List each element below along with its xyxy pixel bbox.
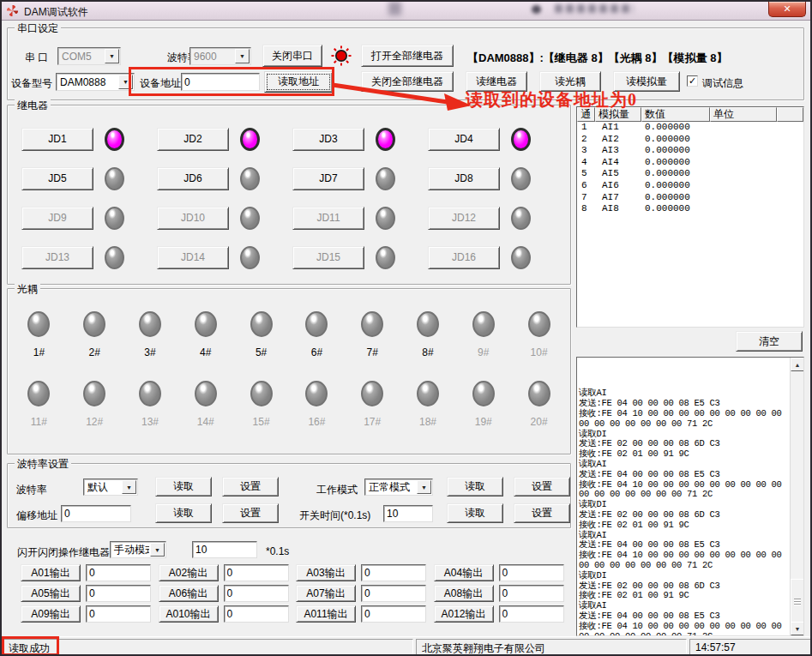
relay-button[interactable]: JD2: [157, 128, 229, 151]
work-mode-set-button[interactable]: 设置: [514, 477, 570, 497]
debug-info-checkbox[interactable]: ✓: [687, 75, 698, 87]
flash-time-input[interactable]: [192, 541, 257, 558]
output-value-input[interactable]: [224, 585, 289, 602]
output-button[interactable]: A05输出: [21, 585, 81, 602]
close-all-relays-button[interactable]: 关闭全部继电器: [361, 71, 454, 92]
cell-analog: AI2: [595, 134, 641, 146]
output-button[interactable]: A010输出: [159, 605, 219, 623]
output-button[interactable]: A09输出: [21, 605, 81, 623]
chevron-down-icon[interactable]: ▼: [235, 49, 250, 63]
output-value-input[interactable]: [86, 564, 151, 581]
chevron-down-icon[interactable]: ▼: [118, 75, 133, 89]
relay-button[interactable]: JD11: [292, 207, 364, 230]
output-button[interactable]: A012输出: [434, 605, 494, 623]
relay-button[interactable]: JD15: [292, 246, 364, 269]
output-button[interactable]: A07输出: [296, 585, 356, 602]
clear-log-button[interactable]: 清空: [736, 331, 803, 352]
work-mode-select[interactable]: 正常模式 ▼: [364, 478, 433, 496]
relay-button[interactable]: JD7: [292, 167, 364, 190]
debug-log-panel[interactable]: 读取AI发送:FE 04 00 00 00 08 E5 C3接收:FE 04 1…: [576, 357, 804, 636]
device-model-select[interactable]: DAM0888 ▼: [56, 73, 135, 91]
col-header-analog[interactable]: 模拟量: [595, 107, 641, 122]
read-analog-button[interactable]: 读模拟量: [613, 71, 680, 92]
scroll-up-icon[interactable]: ▲: [791, 358, 804, 371]
chevron-down-icon[interactable]: ▼: [122, 480, 136, 494]
output-button[interactable]: A04输出: [434, 564, 494, 581]
open-all-relays-button[interactable]: 打开全部继电器: [361, 45, 454, 67]
chevron-down-icon[interactable]: ▼: [105, 49, 119, 63]
output-value-input[interactable]: [361, 605, 426, 623]
flash-mode-select[interactable]: 手动模式 ▼: [110, 541, 166, 558]
output-button[interactable]: A011输出: [296, 605, 356, 623]
relay-button[interactable]: JD6: [157, 167, 229, 190]
offset-addr-input[interactable]: [61, 505, 131, 522]
switch-time-input[interactable]: [383, 505, 433, 522]
col-header-channel[interactable]: 通: [577, 107, 595, 122]
output-button[interactable]: A08输出: [434, 585, 494, 602]
relay-led-indicator: [105, 128, 124, 151]
output-value-input[interactable]: [361, 585, 426, 602]
opto-led-indicator: [472, 381, 495, 406]
relay-button[interactable]: JD5: [21, 167, 93, 190]
chevron-down-icon[interactable]: ▼: [150, 543, 165, 557]
table-row[interactable]: 7 AI7 0.000000: [577, 192, 803, 204]
opto-cell: 20#: [511, 367, 567, 436]
relay-button[interactable]: JD3: [292, 128, 364, 151]
work-mode-read-button[interactable]: 读取: [447, 477, 503, 497]
offset-set-button[interactable]: 设置: [222, 503, 279, 523]
relay-button[interactable]: JD9: [21, 207, 93, 230]
col-header-unit[interactable]: 单位: [710, 107, 777, 122]
switch-time-read-button[interactable]: 读取: [447, 503, 503, 523]
output-value-input[interactable]: [499, 564, 564, 581]
output-value-input[interactable]: [86, 585, 151, 602]
relay-button[interactable]: JD8: [428, 167, 500, 190]
table-row[interactable]: 5 AI5 0.000000: [577, 168, 803, 180]
close-serial-button[interactable]: 关闭串口: [262, 45, 322, 67]
output-button[interactable]: A02输出: [159, 564, 219, 581]
table-row[interactable]: 1 AI1 0.000000: [577, 122, 803, 134]
baud-setting-select[interactable]: 默认 ▼: [83, 478, 138, 496]
relay-button[interactable]: JD16: [428, 246, 500, 269]
output-value-input[interactable]: [224, 564, 289, 581]
read-opto-button[interactable]: 读光耦: [539, 71, 601, 92]
relay-button[interactable]: JD4: [428, 128, 500, 151]
scrollbar-thumb[interactable]: [791, 579, 804, 625]
log-scrollbar[interactable]: ▲ ▼: [790, 358, 803, 635]
read-address-button[interactable]: 读取地址: [264, 71, 333, 93]
output-value-input[interactable]: [361, 564, 426, 581]
table-row[interactable]: 8 AI8 0.000000: [577, 203, 803, 215]
output-value-input[interactable]: [86, 605, 151, 623]
output-button[interactable]: A06输出: [159, 585, 219, 602]
output-value-input[interactable]: [224, 605, 289, 623]
output-value-input[interactable]: [499, 605, 564, 623]
col-header-value[interactable]: 数值: [641, 107, 710, 122]
device-addr-input[interactable]: [181, 73, 260, 91]
cell-value: 0.000000: [641, 168, 710, 180]
baud-set-button[interactable]: 设置: [222, 477, 279, 497]
switch-time-set-button[interactable]: 设置: [514, 503, 570, 523]
table-row[interactable]: 6 AI6 0.000000: [577, 180, 803, 192]
output-button[interactable]: A01输出: [21, 564, 81, 581]
table-row[interactable]: 4 AI4 0.000000: [577, 157, 803, 169]
table-row[interactable]: 3 AI3 0.000000: [577, 145, 803, 157]
relay-button[interactable]: JD1: [21, 128, 93, 151]
output-button[interactable]: A03输出: [296, 564, 356, 581]
cell-unit: [710, 145, 803, 157]
relay-button[interactable]: JD14: [157, 246, 229, 269]
scroll-down-icon[interactable]: ▼: [791, 622, 804, 635]
output-value-input[interactable]: [499, 585, 564, 602]
baud-rate-select[interactable]: 9600 ▼: [189, 47, 251, 65]
close-button[interactable]: ✕: [768, 2, 806, 17]
relay-button[interactable]: JD13: [21, 246, 93, 269]
relay-button[interactable]: JD12: [428, 207, 500, 230]
chevron-down-icon[interactable]: ▼: [417, 480, 431, 494]
relay-led-indicator: [511, 128, 531, 151]
baud-read-button[interactable]: 读取: [155, 477, 212, 497]
relay-button[interactable]: JD10: [157, 207, 229, 230]
log-line: 发送:FE 02 00 00 00 08 6D C3: [579, 510, 788, 521]
read-relay-button[interactable]: 读继电器: [466, 71, 527, 92]
com-port-select[interactable]: COM5 ▼: [57, 47, 121, 65]
table-row[interactable]: 2 AI2 0.000000: [577, 134, 803, 146]
opto-cell: 15#: [233, 367, 289, 436]
offset-read-button[interactable]: 读取: [155, 503, 212, 523]
